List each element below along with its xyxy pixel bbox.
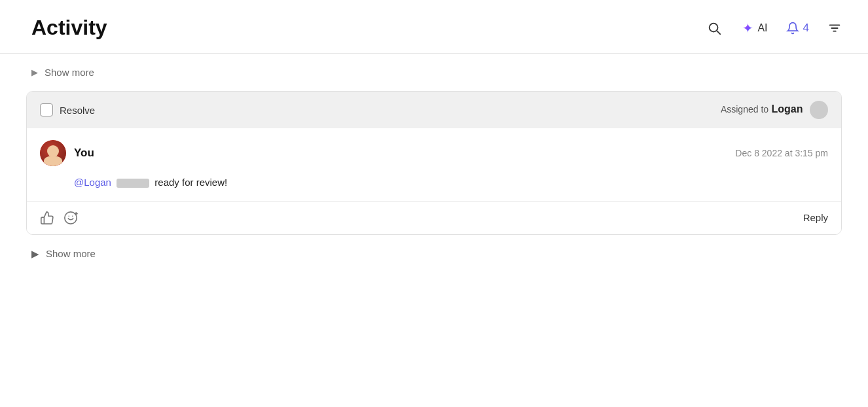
svg-line-1 bbox=[717, 31, 721, 34]
notification-count: 4 bbox=[803, 22, 809, 35]
assigned-section: Assigned to Logan bbox=[721, 101, 828, 119]
card-header: Resolve Assigned to Logan bbox=[27, 92, 841, 128]
thumbsup-icon bbox=[40, 211, 54, 225]
chevron-right-icon: ▶ bbox=[31, 67, 38, 77]
filter-button[interactable] bbox=[827, 21, 842, 35]
comment-author: You bbox=[40, 140, 94, 166]
emoji-add-button[interactable] bbox=[63, 211, 78, 225]
search-button[interactable] bbox=[704, 18, 724, 38]
ai-label: AI bbox=[757, 22, 767, 34]
author-name: You bbox=[74, 147, 94, 160]
header-actions: ✦ AI 4 bbox=[704, 18, 842, 38]
sparkle-icon: ✦ bbox=[742, 20, 753, 36]
show-more-bottom-label: Show more bbox=[46, 248, 96, 259]
comment-body: You Dec 8 2022 at 3:15 pm @Logan ready f… bbox=[27, 128, 841, 202]
filter-icon bbox=[827, 21, 842, 35]
activity-card: Resolve Assigned to Logan You Dec 8 2022… bbox=[26, 91, 842, 235]
reply-button[interactable]: Reply bbox=[803, 212, 828, 223]
reaction-buttons bbox=[40, 211, 78, 225]
assigned-avatar bbox=[810, 101, 828, 119]
page-title: Activity bbox=[31, 16, 107, 40]
comment-timestamp: Dec 8 2022 at 3:15 pm bbox=[735, 148, 828, 158]
comment-text: @Logan ready for review! bbox=[40, 175, 828, 190]
show-more-bottom[interactable]: ▶ Show more bbox=[26, 235, 842, 270]
resolve-checkbox[interactable] bbox=[40, 103, 53, 116]
assigned-name: Logan bbox=[772, 103, 803, 115]
resolve-section: Resolve bbox=[40, 103, 95, 116]
show-more-top-label: Show more bbox=[45, 67, 94, 78]
activity-content: ▶ Show more Resolve Assigned to Logan bbox=[0, 54, 868, 270]
mention-link[interactable]: @Logan bbox=[74, 177, 111, 188]
show-more-top[interactable]: ▶ Show more bbox=[26, 54, 842, 91]
chevron-right-icon-bottom: ▶ bbox=[31, 248, 39, 260]
avatar-face bbox=[40, 140, 66, 166]
ai-button[interactable]: ✦ AI bbox=[742, 20, 767, 36]
emoji-add-icon bbox=[63, 211, 78, 225]
activity-header: Activity ✦ AI 4 bbox=[0, 0, 868, 54]
search-icon bbox=[707, 21, 721, 35]
assigned-prefix: Assigned to bbox=[721, 104, 769, 115]
avatar bbox=[40, 140, 66, 166]
comment-meta: You Dec 8 2022 at 3:15 pm bbox=[40, 140, 828, 166]
resolve-label[interactable]: Resolve bbox=[60, 105, 95, 116]
bell-icon bbox=[786, 22, 799, 35]
thumbsup-button[interactable] bbox=[40, 211, 54, 225]
notification-button[interactable]: 4 bbox=[786, 22, 809, 35]
comment-text-after: ready for review! bbox=[154, 177, 227, 188]
comment-actions: Reply bbox=[27, 202, 841, 234]
blurred-name bbox=[117, 179, 149, 188]
